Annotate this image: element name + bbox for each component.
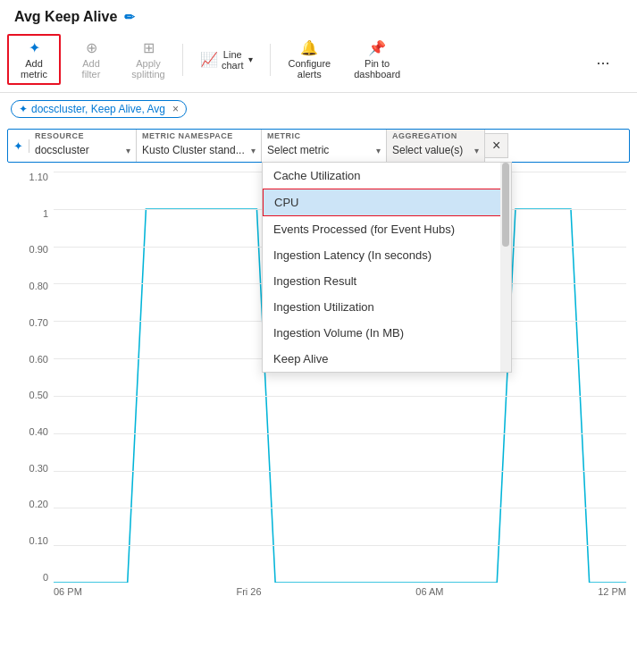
- add-metric-icon: ✦: [29, 39, 40, 56]
- line-chart-button[interactable]: 📈 Linechart ▾: [190, 45, 263, 75]
- configure-alerts-label: Configurealerts: [288, 58, 331, 80]
- page-title: Avg Keep Alive: [14, 9, 117, 25]
- resource-label: RESOURCE: [35, 131, 130, 140]
- metric-namespace-column: METRIC NAMESPACE Kusto Cluster stand... …: [137, 130, 262, 162]
- tag-row: ✦ docscluster, Keep Alive, Avg ×: [0, 93, 637, 125]
- x-label-12pm: 12 PM: [598, 586, 626, 597]
- grid-line-7: [54, 433, 626, 434]
- resource-caret: ▾: [126, 146, 130, 155]
- dropdown-item-ingestion-result[interactable]: Ingestion Result: [263, 268, 511, 294]
- add-metric-button[interactable]: ✦ Addmetric: [7, 34, 61, 85]
- page-title-bar: Avg Keep Alive ✏: [0, 0, 637, 30]
- dropdown-scrollbar[interactable]: [500, 163, 511, 372]
- metric-namespace-value: Kusto Cluster stand...: [142, 144, 245, 156]
- metric-caret: ▾: [376, 146, 381, 155]
- metric-tag: ✦ docscluster, Keep Alive, Avg ×: [11, 100, 187, 118]
- edit-icon[interactable]: ✏: [124, 10, 135, 24]
- dropdown-item-ingestion-latency[interactable]: Ingestion Latency (In seconds): [263, 242, 511, 268]
- metric-select[interactable]: Select metric ▾: [267, 140, 381, 160]
- toolbar: ✦ Addmetric ⊕ Addfilter ⊞ Applysplitting…: [0, 30, 637, 93]
- dropdown-item-ingestion-utilization[interactable]: Ingestion Utilization: [263, 294, 511, 320]
- row-prefix: ✦: [8, 139, 29, 153]
- add-filter-icon: ⊕: [86, 39, 97, 56]
- chart-x-axis: 06 PM Fri 26 06 AM 12 PM: [54, 583, 626, 609]
- y-label-12: 0: [43, 572, 48, 583]
- aggregation-select[interactable]: Select value(s) ▾: [392, 140, 479, 160]
- metric-selector-row: ✦ RESOURCE docscluster ▾ METRIC NAMESPAC…: [0, 125, 637, 164]
- metric-value: Select metric: [267, 144, 329, 156]
- dropdown-item-cpu[interactable]: CPU: [263, 189, 511, 216]
- dropdown-scrollbar-thumb: [502, 163, 509, 247]
- metric-namespace-label: METRIC NAMESPACE: [142, 131, 256, 140]
- metric-label-col: METRIC: [267, 131, 381, 140]
- resource-value: docscluster: [35, 144, 89, 156]
- resource-column: RESOURCE docscluster ▾: [29, 130, 137, 162]
- grid-line-6: [54, 396, 626, 397]
- row-resource-icon: ✦: [13, 139, 23, 153]
- more-options-button[interactable]: ...: [576, 46, 630, 73]
- apply-splitting-button[interactable]: ⊞ Applysplitting: [122, 35, 175, 84]
- y-label-2: 1: [43, 208, 48, 219]
- line-chart-dropdown-arrow: ▾: [248, 55, 253, 64]
- x-label-06am: 06 AM: [415, 586, 443, 597]
- aggregation-value: Select value(s): [392, 144, 463, 156]
- y-label-5: 0.70: [29, 317, 48, 328]
- metric-row-remove-button[interactable]: ×: [485, 133, 508, 158]
- grid-line-8: [54, 471, 626, 472]
- y-label-10: 0.20: [29, 499, 48, 509]
- y-label-3: 0.90: [29, 244, 48, 255]
- pin-to-dashboard-label: Pin todashboard: [354, 58, 400, 80]
- dropdown-item-events-processed[interactable]: Events Processed (for Event Hubs): [263, 216, 511, 242]
- metric-column: METRIC Select metric ▾ Cache Utilization…: [262, 130, 387, 162]
- y-label-6: 0.60: [29, 354, 48, 365]
- toolbar-divider-1: [182, 44, 183, 76]
- chart-y-axis: 1.10 1 0.90 0.80 0.70 0.60 0.50 0.40 0.3…: [11, 172, 54, 583]
- add-metric-label: Addmetric: [21, 58, 47, 80]
- toolbar-divider-2: [270, 44, 271, 76]
- dropdown-item-cache-utilization[interactable]: Cache Utilization: [263, 163, 511, 189]
- pin-to-dashboard-icon: 📌: [368, 39, 386, 56]
- tag-close-button[interactable]: ×: [172, 103, 179, 115]
- metric-namespace-caret: ▾: [251, 146, 256, 155]
- aggregation-column: AGGREGATION Select value(s) ▾: [387, 130, 485, 162]
- y-label-9: 0.30: [29, 463, 48, 474]
- x-label-fri26: Fri 26: [236, 586, 261, 597]
- metric-dropdown: Cache Utilization CPU Events Processed (…: [262, 162, 512, 373]
- configure-alerts-button[interactable]: 🔔 Configurealerts: [278, 35, 340, 84]
- dropdown-item-ingestion-volume[interactable]: Ingestion Volume (In MB): [263, 320, 511, 346]
- tag-icon: ✦: [19, 103, 28, 115]
- metric-namespace-select[interactable]: Kusto Cluster stand... ▾: [142, 140, 256, 160]
- pin-to-dashboard-button[interactable]: 📌 Pin todashboard: [344, 35, 410, 84]
- resource-select[interactable]: docscluster ▾: [35, 140, 130, 160]
- apply-splitting-icon: ⊞: [143, 39, 155, 56]
- add-filter-button[interactable]: ⊕ Addfilter: [64, 35, 118, 84]
- more-options-label: ...: [596, 50, 609, 69]
- grid-line-9: [54, 508, 626, 508]
- metric-row-inner: ✦ RESOURCE docscluster ▾ METRIC NAMESPAC…: [7, 129, 630, 163]
- grid-line-10: [54, 545, 626, 546]
- y-label-8: 0.40: [29, 426, 48, 437]
- apply-splitting-label: Applysplitting: [131, 58, 164, 80]
- tag-text: docscluster, Keep Alive, Avg: [31, 103, 165, 115]
- y-label-7: 0.50: [29, 390, 48, 400]
- line-chart-icon: 📈: [200, 51, 218, 68]
- dropdown-item-keep-alive[interactable]: Keep Alive: [263, 346, 511, 372]
- x-label-06pm: 06 PM: [54, 586, 82, 597]
- configure-alerts-icon: 🔔: [300, 39, 318, 56]
- add-filter-label: Addfilter: [82, 58, 101, 80]
- aggregation-label: AGGREGATION: [392, 131, 479, 140]
- y-label-11: 0.10: [29, 535, 48, 546]
- line-chart-label: Linechart: [222, 49, 243, 71]
- aggregation-caret: ▾: [474, 146, 479, 155]
- y-label-4: 0.80: [29, 281, 48, 291]
- y-label-1: 1.10: [29, 172, 48, 182]
